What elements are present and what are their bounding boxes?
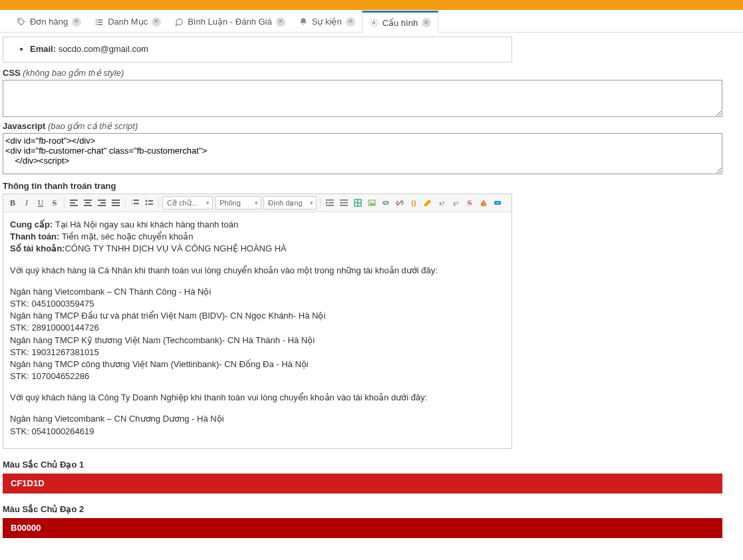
svg-rect-25 — [148, 200, 153, 202]
svg-marker-33 — [340, 202, 342, 204]
svg-rect-28 — [326, 200, 334, 201]
svg-rect-13 — [84, 205, 92, 206]
svg-marker-45 — [482, 200, 486, 203]
close-icon[interactable]: ✕ — [152, 17, 161, 27]
italic-button[interactable]: I — [21, 197, 33, 209]
image-button[interactable] — [366, 197, 378, 209]
svg-rect-23 — [134, 203, 139, 204]
color1-input[interactable]: CF1D1D — [3, 474, 722, 493]
close-icon[interactable]: ✕ — [72, 17, 81, 27]
svg-marker-43 — [424, 200, 431, 206]
close-icon[interactable]: ✕ — [422, 18, 431, 27]
table-button[interactable] — [352, 197, 364, 209]
edit-button[interactable] — [422, 197, 434, 209]
svg-rect-8 — [70, 200, 78, 201]
separator — [64, 198, 65, 208]
svg-rect-14 — [98, 200, 106, 201]
source-button[interactable]: ⟨⟩ — [408, 197, 420, 209]
indent-button[interactable] — [338, 197, 350, 209]
separator — [158, 198, 159, 208]
payment-title: Thông tin thanh troán trang — [3, 181, 740, 191]
svg-rect-3 — [96, 21, 97, 23]
svg-rect-11 — [84, 200, 92, 201]
unlink-button[interactable] — [394, 197, 406, 209]
tab-label: Đơn hàng — [30, 17, 68, 27]
svg-rect-44 — [481, 203, 486, 206]
color2-label: Màu Sắc Chủ Đạo 2 — [3, 504, 740, 514]
tab-label: Bình Luận - Đánh Giá — [188, 17, 272, 27]
email-label: Email: — [30, 44, 56, 54]
svg-rect-18 — [112, 202, 120, 204]
tab-events[interactable]: Sự kiện ✕ — [292, 10, 362, 32]
gear-icon — [369, 18, 378, 27]
close-icon[interactable]: ✕ — [276, 17, 285, 27]
svg-rect-2 — [98, 19, 103, 20]
svg-point-26 — [146, 204, 148, 206]
chat-icon — [174, 17, 184, 27]
css-label-row: CSS (không bao gồm thẻ style) — [3, 68, 740, 78]
svg-point-40 — [370, 202, 371, 203]
tab-label: Danh Mục — [108, 17, 148, 27]
email-value: socdo.com@gmail.com — [59, 44, 148, 54]
svg-rect-32 — [340, 200, 348, 201]
svg-text:2: 2 — [131, 202, 133, 206]
align-justify-button[interactable] — [110, 197, 122, 209]
rte-toolbar: B I U S 12 Cỡ chữ... Phông Định dạng ⟨⟩ — [3, 194, 512, 212]
bell-icon — [299, 17, 308, 27]
svg-rect-17 — [112, 200, 120, 201]
tab-comments[interactable]: Bình Luận - Đánh Giá ✕ — [168, 10, 292, 32]
svg-rect-31 — [326, 205, 334, 206]
align-left-button[interactable] — [68, 197, 80, 209]
ordered-list-button[interactable]: 12 — [129, 197, 141, 209]
svg-marker-29 — [326, 202, 328, 204]
svg-rect-1 — [96, 19, 97, 20]
tab-categories[interactable]: Danh Mục ✕ — [88, 10, 168, 32]
svg-rect-15 — [100, 202, 106, 204]
svg-rect-6 — [98, 23, 103, 25]
tab-label: Cấu hình — [382, 18, 418, 28]
svg-rect-10 — [70, 205, 78, 206]
link-button[interactable] — [380, 197, 392, 209]
underline-button[interactable]: U — [35, 197, 47, 209]
strike2-button[interactable]: S — [464, 197, 476, 209]
top-bar — [0, 0, 743, 10]
strike-button[interactable]: S — [49, 197, 61, 209]
rich-text-editor: B I U S 12 Cỡ chữ... Phông Định dạng ⟨⟩ — [3, 194, 512, 449]
svg-rect-34 — [343, 202, 348, 204]
rte-body[interactable]: Cung cấp: Tại Hà Nội ngay sau khi khách … — [3, 212, 512, 448]
svg-point-7 — [372, 21, 375, 24]
js-textarea[interactable] — [3, 133, 722, 174]
align-right-button[interactable] — [96, 197, 108, 209]
tab-settings[interactable]: Cấu hình ✕ — [362, 11, 439, 33]
email-box: Email: socdo.com@gmail.com — [3, 37, 512, 63]
tab-label: Sự kiện — [312, 17, 342, 27]
svg-rect-19 — [112, 205, 120, 206]
separator — [125, 198, 126, 208]
font-size-select[interactable]: Cỡ chữ... — [162, 196, 213, 210]
align-center-button[interactable] — [82, 197, 94, 209]
tab-orders[interactable]: Đơn hàng ✕ — [10, 10, 88, 32]
close-icon[interactable]: ✕ — [346, 17, 355, 27]
separator — [320, 198, 321, 208]
svg-point-24 — [146, 200, 148, 202]
bold-button[interactable]: B — [7, 197, 19, 209]
color1-label: Màu Sắc Chủ Đạo 1 — [3, 460, 740, 470]
subscript-button[interactable]: x2 — [450, 197, 462, 209]
svg-rect-12 — [85, 202, 90, 204]
color2-input[interactable]: B00000 — [3, 518, 722, 538]
font-family-select[interactable]: Phông — [215, 196, 261, 210]
svg-rect-30 — [329, 202, 334, 204]
format-select[interactable]: Định dạng — [263, 196, 317, 210]
list-icon — [94, 17, 104, 27]
css-textarea[interactable] — [3, 80, 722, 117]
outdent-button[interactable] — [324, 197, 336, 209]
js-hint: (bao gồm cả thẻ script) — [48, 121, 138, 131]
clear-format-button[interactable] — [478, 197, 490, 209]
tag-icon — [17, 17, 26, 27]
unordered-list-button[interactable] — [143, 197, 155, 209]
video-button[interactable] — [492, 197, 504, 209]
tab-strip: Đơn hàng ✕ Danh Mục ✕ Bình Luận - Đánh G… — [0, 10, 743, 33]
superscript-button[interactable]: x2 — [436, 197, 448, 209]
svg-rect-21 — [134, 200, 139, 201]
js-label-row: Javascript (bao gồm cả thẻ script) — [3, 121, 740, 131]
